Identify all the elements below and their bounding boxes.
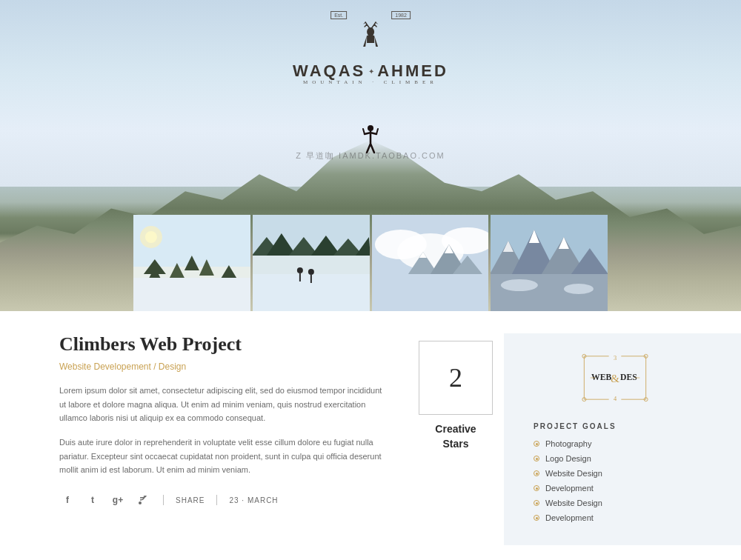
svg-text:WEB: WEB [591, 373, 611, 382]
project-description-2: Duis aute irure dolor in reprehenderit i… [59, 436, 385, 477]
svg-point-46 [139, 501, 142, 504]
goal-item-2: Logo Design [534, 454, 602, 463]
svg-point-0 [367, 27, 374, 36]
goal-item-1: Photography [534, 439, 602, 448]
svg-point-24 [308, 269, 314, 275]
social-divider [163, 495, 164, 505]
goal-item-4: Development [534, 484, 602, 493]
goal-dot-3 [534, 470, 539, 476]
logo: Est. 1982 WAQAS ✦ AHMED MOUNTAIN · CLIMB… [293, 11, 448, 85]
project-description-1: Lorem ipsum dolor sit amet, consectetur … [59, 384, 385, 425]
goal-dot-6 [534, 515, 539, 521]
goal-label-6: Development [545, 513, 594, 522]
mountain-range-photo [491, 215, 608, 311]
snowy-forest-photo [133, 215, 250, 311]
logo-left-text: WAQAS [293, 61, 365, 81]
project-goals-title: PROJECT GOALS [519, 422, 617, 430]
svg-point-44 [501, 279, 538, 291]
svg-text:4: 4 [614, 396, 617, 402]
stars-number: 2 [449, 364, 462, 391]
photo-item-2 [253, 215, 370, 311]
twitter-icon[interactable]: t [84, 492, 101, 508]
logo-badge-right: 1982 [391, 11, 411, 19]
goal-item-3: Website Design [534, 469, 602, 478]
goal-label-3: Website Design [545, 469, 602, 478]
photo-item-3 [372, 215, 489, 311]
logo-subtitle: MOUNTAIN · CLIMBER [293, 79, 448, 85]
facebook-icon[interactable]: f [59, 492, 76, 508]
logo-text: WAQAS ✦ AHMED [293, 61, 448, 81]
share-label: SHARE [176, 496, 205, 504]
goal-label-2: Logo Design [545, 454, 591, 463]
svg-point-22 [297, 267, 303, 273]
goal-label-4: Development [545, 484, 594, 493]
rss-icon[interactable] [135, 492, 151, 508]
svg-point-12 [145, 231, 157, 243]
social-bar: f t g+ SHARE 23 · MARCH [59, 492, 385, 508]
svg-text:3: 3 [614, 355, 617, 361]
stars-box: 2 [419, 341, 493, 415]
goal-dot-1 [534, 441, 539, 447]
goal-item-5: Website Design [534, 499, 602, 507]
content-right: 3 4 WEB & DES PROJECT GOALS Photography [504, 333, 741, 545]
goal-dot-2 [534, 456, 539, 461]
photo-strip [133, 215, 608, 311]
project-category: Website Developement / Design [59, 361, 385, 372]
content-section: Climbers Web Project Website Developemen… [0, 311, 741, 560]
goal-item-6: Development [534, 513, 602, 522]
svg-point-45 [564, 284, 594, 294]
goal-dot-5 [534, 500, 539, 506]
svg-rect-10 [133, 278, 250, 311]
creative-stars-label: CreativeStars [435, 422, 476, 451]
svg-text:DES: DES [620, 373, 637, 382]
photo-item-4 [491, 215, 608, 311]
logo-badges: Est. 1982 [293, 11, 448, 19]
logo-badge-left: Est. [330, 11, 347, 19]
svg-rect-43 [491, 274, 608, 311]
web-des-badge: 3 4 WEB & DES [578, 348, 652, 407]
googleplus-icon[interactable]: g+ [110, 492, 126, 508]
deer-icon [293, 21, 448, 61]
stars-section: 2 CreativeStars [408, 333, 504, 545]
svg-text:&: & [611, 373, 619, 384]
content-left: Climbers Web Project Website Developemen… [0, 333, 408, 545]
goals-list: Photography Logo Design Website Design D… [519, 439, 602, 528]
goal-label-1: Photography [545, 439, 591, 448]
hero-section: Est. 1982 WAQAS ✦ AHMED MOUNTAIN · CLIMB… [0, 0, 741, 311]
hero-figure-icon [362, 124, 379, 159]
post-date: 23 · MARCH [229, 496, 278, 504]
project-title: Climbers Web Project [59, 333, 385, 356]
photo-item-1 [133, 215, 250, 311]
goal-label-5: Website Design [545, 499, 602, 507]
skiers-photo [253, 215, 370, 311]
social-divider-2 [216, 495, 217, 505]
cloudy-peaks-photo [372, 215, 489, 311]
goal-dot-4 [534, 485, 539, 491]
logo-right-text: AHMED [377, 61, 448, 81]
